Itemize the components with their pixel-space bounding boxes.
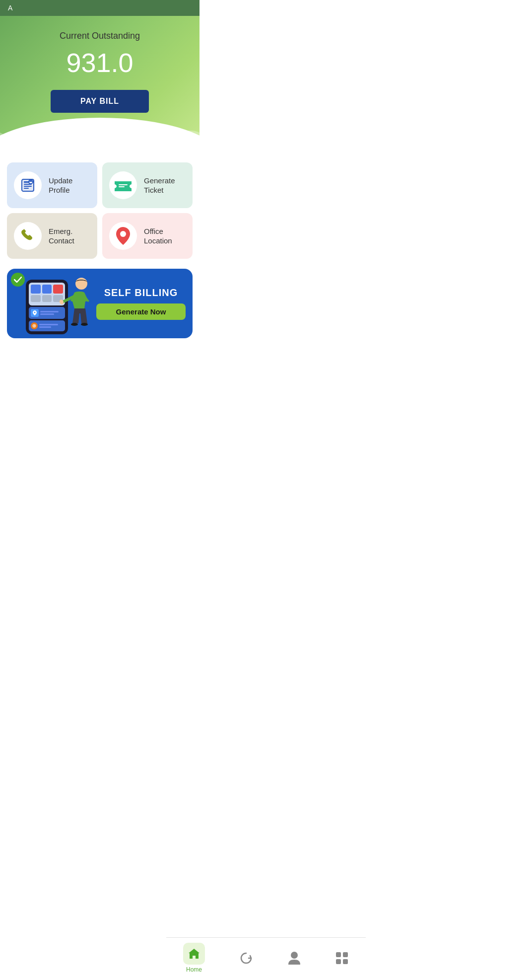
self-billing-title: SELF BILLING	[96, 287, 186, 299]
card-update-profile[interactable]: UpdateProfile	[7, 162, 97, 208]
app-4	[31, 295, 41, 302]
banner-text-area: SELF BILLING Generate Now	[96, 279, 193, 328]
gear-small-icon	[32, 324, 36, 328]
svg-rect-2	[24, 181, 29, 183]
office-location-icon-wrap	[109, 222, 137, 250]
person-figure	[57, 274, 96, 338]
hero-amount: 931.0	[10, 47, 190, 78]
svg-point-11	[34, 312, 36, 313]
generate-ticket-label: GenerateTicket	[144, 176, 175, 195]
card-office-location[interactable]: OfficeLocation	[102, 213, 193, 259]
banner-illustration	[7, 269, 96, 338]
svg-point-17	[81, 323, 88, 326]
svg-rect-5	[24, 188, 29, 189]
hero-wave	[0, 113, 200, 152]
app-5	[42, 295, 52, 302]
status-bar: A	[0, 0, 200, 16]
svg-rect-4	[24, 186, 32, 187]
generate-now-button[interactable]: Generate Now	[96, 303, 186, 320]
location-icon-small	[31, 309, 39, 317]
app-2	[42, 285, 52, 294]
update-profile-label: UpdateProfile	[49, 176, 72, 195]
action-cards-grid: UpdateProfile GenerateTicket Emerg.Conta…	[0, 152, 200, 264]
svg-point-15	[59, 299, 65, 305]
pin-small-icon	[33, 310, 37, 315]
office-location-label: OfficeLocation	[144, 226, 172, 246]
main-content: UpdateProfile GenerateTicket Emerg.Conta…	[0, 152, 200, 388]
profile-icon	[20, 177, 36, 193]
svg-point-14	[75, 278, 87, 290]
card-emerg-contact[interactable]: Emerg.Contact	[7, 213, 97, 259]
svg-rect-8	[119, 184, 128, 185]
text-line-3	[39, 324, 58, 325]
emerg-contact-label: Emerg.Contact	[49, 226, 74, 246]
ticket-icon	[115, 179, 132, 191]
map-pin-icon	[116, 227, 130, 245]
hero-title: Current Outstanding	[10, 31, 190, 41]
text-line-1	[40, 311, 59, 312]
generate-ticket-icon-wrap	[109, 171, 137, 199]
check-icon	[14, 277, 22, 283]
text-line-2	[40, 313, 54, 315]
pay-bill-button[interactable]: PAY BILL	[51, 90, 149, 113]
svg-rect-9	[119, 186, 125, 187]
svg-point-10	[120, 231, 126, 237]
phone-icon	[20, 228, 35, 243]
hero-section: Current Outstanding 931.0 PAY BILL	[0, 16, 200, 152]
update-profile-icon-wrap	[14, 171, 42, 199]
emerg-contact-icon-wrap	[14, 222, 42, 250]
settings-icon-small	[31, 322, 38, 329]
svg-point-16	[71, 323, 78, 326]
card-generate-ticket[interactable]: GenerateTicket	[102, 162, 193, 208]
svg-point-12	[34, 325, 35, 327]
status-text: A	[8, 4, 12, 12]
check-circle	[11, 273, 25, 287]
self-billing-banner[interactable]: SELF BILLING Generate Now	[7, 269, 193, 338]
app-1	[31, 285, 41, 294]
text-line-4	[39, 326, 51, 328]
